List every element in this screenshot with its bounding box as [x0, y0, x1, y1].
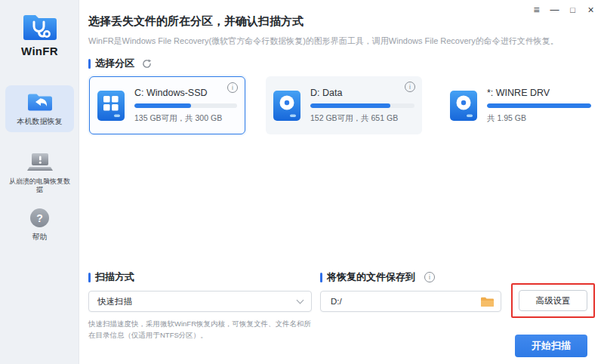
- app-name: WinFR: [0, 45, 79, 57]
- minimize-icon[interactable]: —: [547, 3, 562, 17]
- drive-card-c[interactable]: C: Windows-SSD 135 GB可用，共 300 GB i: [89, 76, 245, 134]
- winfr-window: ≡ — □ × WinFR 本机数据恢复: [0, 0, 604, 364]
- menu-icon[interactable]: ≡: [529, 3, 544, 17]
- save-path-header: 将恢复的文件保存到 i: [320, 270, 501, 284]
- folder-icon: [481, 297, 494, 307]
- scan-method-title: 扫描方式: [95, 270, 134, 284]
- save-path-section: 将恢复的文件保存到 i: [320, 270, 501, 312]
- help-icon: ?: [29, 208, 50, 228]
- sidebar-item-help[interactable]: ? 帮助: [5, 201, 74, 248]
- crashed-pc-icon: [26, 152, 54, 173]
- sidebar-item-crashed-pc-recovery[interactable]: 从崩溃的电脑恢复数据: [5, 145, 74, 200]
- drive-name: C: Windows-SSD: [134, 88, 237, 98]
- drive-name: *: WINRE DRV: [487, 88, 591, 98]
- window-controls: ≡ — □ ×: [529, 3, 598, 17]
- section-accent-bar: [88, 59, 91, 69]
- section-accent-bar: [88, 273, 91, 282]
- sidebar: WinFR 本机数据恢复 从崩溃的电脑恢复数据: [0, 0, 79, 364]
- scan-mode-select[interactable]: 快速扫描: [88, 291, 312, 312]
- section-accent-bar: [320, 273, 322, 282]
- scan-mode-description: 快速扫描速度快，采用微软WinFR恢复内核，可恢复文件、文件名和所在目录信息（仅…: [88, 318, 316, 341]
- maximize-icon[interactable]: □: [565, 3, 580, 17]
- disk-drive-icon: [450, 91, 477, 121]
- drive-capacity: 共 1.95 GB: [487, 113, 591, 124]
- scan-mode-value: 快速扫描: [97, 296, 132, 307]
- scan-method-section: 扫描方式 快速扫描 快速扫描速度快，采用微软WinFR恢复内核，可恢复文件、文件…: [88, 270, 312, 341]
- info-icon[interactable]: i: [424, 272, 435, 282]
- chevron-down-icon: [297, 297, 304, 304]
- partition-section-title: 选择分区: [95, 57, 134, 70]
- windows-drive-icon: [97, 91, 125, 121]
- drive-name: D: Data: [310, 88, 414, 98]
- drive-usage-track: [310, 103, 414, 108]
- drive-card-winre[interactable]: *: WINRE DRV 共 1.95 GB: [442, 76, 599, 134]
- start-scan-button[interactable]: 开始扫描: [515, 335, 587, 357]
- save-path-input[interactable]: [329, 296, 481, 307]
- sidebar-item-label: 帮助: [6, 233, 73, 242]
- page-title: 选择丢失文件的所在分区，并确认扫描方式: [88, 14, 304, 29]
- advanced-settings-button[interactable]: 高级设置: [519, 290, 587, 311]
- drive-card-body: *: WINRE DRV 共 1.95 GB: [487, 88, 591, 124]
- app-logo: WinFR: [0, 11, 79, 57]
- drive-card-body: D: Data 152 GB可用，共 651 GB: [310, 88, 414, 124]
- sidebar-item-label: 本机数据恢复: [6, 117, 73, 126]
- partition-section-header: 选择分区: [88, 57, 152, 70]
- save-path-field: [320, 291, 501, 312]
- drive-card-body: C: Windows-SSD 135 GB可用，共 300 GB: [134, 88, 237, 124]
- save-path-title: 将恢复的文件保存到: [327, 270, 415, 284]
- refresh-icon[interactable]: [142, 59, 152, 69]
- drive-card-list: C: Windows-SSD 135 GB可用，共 300 GB i D: Da…: [89, 76, 599, 134]
- drive-usage-fill: [134, 103, 191, 108]
- close-icon[interactable]: ×: [584, 3, 598, 17]
- folder-restore-icon: [27, 92, 53, 113]
- info-icon[interactable]: i: [227, 82, 238, 93]
- drive-usage-fill: [310, 103, 390, 108]
- drive-capacity: 152 GB可用，共 651 GB: [310, 113, 414, 124]
- drive-usage-fill: [487, 103, 591, 108]
- page-subtitle: WinFR是Windows File Recovery(微软官方命令行数据恢复)…: [88, 35, 559, 47]
- drive-card-d[interactable]: D: Data 152 GB可用，共 651 GB i: [266, 76, 422, 134]
- info-icon[interactable]: i: [405, 82, 415, 92]
- svg-text:?: ?: [36, 212, 43, 224]
- winfr-logo-icon: [22, 11, 58, 42]
- sidebar-item-local-recovery[interactable]: 本机数据恢复: [5, 85, 74, 132]
- browse-folder-button[interactable]: [481, 297, 494, 307]
- drive-usage-track: [134, 103, 237, 108]
- sidebar-item-label: 从崩溃的电脑恢复数据: [6, 177, 73, 194]
- scan-method-header: 扫描方式: [88, 270, 312, 284]
- disk-drive-icon: [273, 91, 300, 121]
- drive-capacity: 135 GB可用，共 300 GB: [134, 113, 237, 124]
- drive-usage-track: [487, 103, 591, 108]
